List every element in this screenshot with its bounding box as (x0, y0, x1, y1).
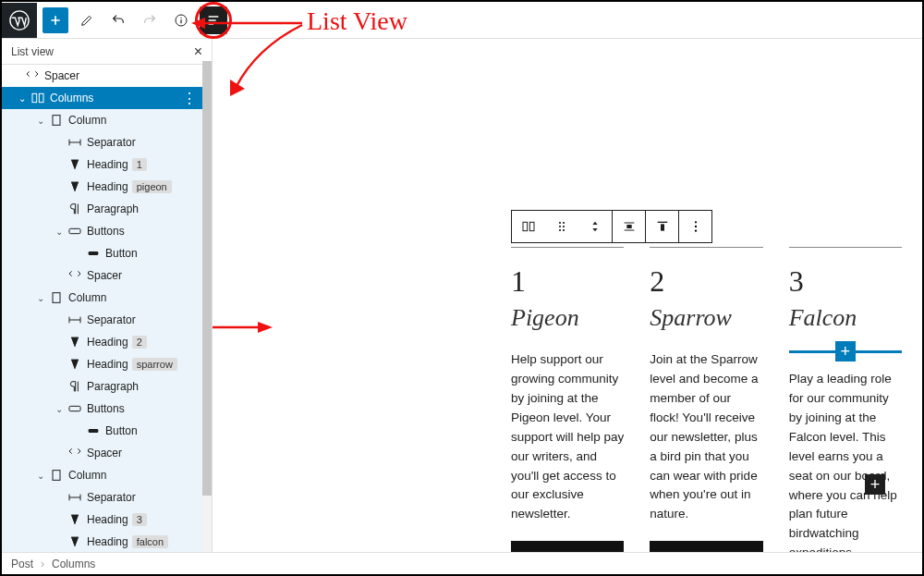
svg-point-29 (694, 230, 696, 232)
columns-icon (30, 91, 46, 105)
column-icon (48, 290, 65, 305)
spacer-icon (67, 446, 83, 460)
column-icon (48, 468, 65, 483)
tree-node-columns[interactable]: ⌄Columns⋮ (2, 87, 202, 109)
editor-canvas[interactable]: 1 Pigeon Help support our growing commun… (213, 39, 922, 552)
close-icon[interactable]: × (194, 43, 202, 60)
heading-name[interactable]: Falcon (789, 304, 902, 332)
tree-label: Buttons (83, 402, 197, 415)
svg-point-2 (180, 17, 181, 18)
column-2[interactable]: 2 Sparrow Join at the Sparrow level and … (650, 247, 762, 552)
tree-node-column[interactable]: ⌄Column (2, 464, 202, 486)
tree-node-separator[interactable]: Separator (2, 309, 202, 331)
paragraph[interactable]: Play a leading role for our community by… (789, 370, 902, 552)
tree-node-heading[interactable]: Heading2 (2, 331, 202, 353)
tree-node-column[interactable]: ⌄Column (2, 109, 202, 131)
add-block-button[interactable] (43, 7, 68, 33)
tree-tag: 2 (132, 336, 147, 349)
svg-point-20 (563, 222, 565, 224)
valign-icon[interactable] (645, 211, 678, 242)
list-view-toggle[interactable] (200, 6, 227, 34)
heading-icon (67, 357, 83, 372)
info-icon[interactable] (168, 7, 194, 33)
paragraph[interactable]: Join at the Sparrow level and become a m… (650, 350, 762, 524)
insert-block-icon[interactable]: + (835, 341, 856, 362)
tree-node-heading[interactable]: Heading3 (2, 509, 202, 531)
tree-node-button[interactable]: Button (2, 420, 202, 442)
svg-point-19 (559, 222, 561, 224)
heading-name[interactable]: Pigeon (511, 304, 624, 332)
disclosure-icon[interactable]: ⌄ (52, 227, 67, 237)
tree-label: Buttons (83, 225, 197, 238)
svg-point-27 (694, 221, 696, 223)
tree-node-heading[interactable]: Headingfalcon (2, 531, 202, 552)
tree-node-spacer[interactable]: Spacer (2, 65, 202, 87)
heading-name[interactable]: Sparrow (650, 304, 762, 332)
block-type-icon[interactable] (512, 211, 545, 242)
tree-tag: falcon (132, 535, 168, 548)
insertion-indicator[interactable]: + (789, 350, 902, 353)
disclosure-icon[interactable]: ⌄ (33, 293, 48, 303)
wordpress-logo-icon[interactable] (2, 3, 37, 38)
column-3[interactable]: 3 Falcon + Play a leading role for our c… (789, 247, 902, 552)
tree-node-paragraph[interactable]: Paragraph (2, 375, 202, 398)
tree-node-paragraph[interactable]: Paragraph (2, 198, 202, 220)
tree-node-spacer[interactable]: Spacer (2, 442, 202, 464)
svg-point-28 (694, 226, 696, 227)
tree-node-heading[interactable]: Headingpigeon (2, 176, 202, 198)
svg-rect-16 (53, 471, 60, 481)
undo-icon[interactable] (105, 7, 131, 33)
buttons-block[interactable]: $25 (511, 541, 624, 552)
heading-number[interactable]: 1 (511, 264, 624, 299)
align-icon[interactable] (612, 211, 645, 242)
block-toolbar (511, 210, 712, 243)
move-icon[interactable] (578, 211, 612, 242)
more-icon[interactable] (678, 211, 711, 242)
buttons-block[interactable]: $75 (650, 541, 762, 552)
kebab-icon[interactable]: ⋮ (182, 90, 197, 107)
tree-node-buttons[interactable]: ⌄Buttons (2, 398, 202, 420)
price-button[interactable]: $75 (650, 541, 762, 552)
button-icon (85, 423, 102, 438)
paragraph-icon (67, 379, 83, 394)
add-block-floating-button[interactable]: + (865, 474, 885, 495)
svg-rect-17 (523, 222, 528, 230)
tree-node-spacer[interactable]: Spacer (2, 264, 202, 287)
tree-tag: 3 (132, 513, 147, 526)
tree-node-buttons[interactable]: ⌄Buttons (2, 220, 202, 242)
breadcrumb-current[interactable]: Columns (52, 558, 95, 570)
drag-handle-icon[interactable] (545, 211, 578, 242)
tree-label: Separator (83, 136, 197, 149)
heading-number[interactable]: 3 (789, 264, 902, 299)
column-1[interactable]: 1 Pigeon Help support our growing commun… (511, 247, 624, 552)
sidebar-scrollbar[interactable] (202, 61, 212, 552)
disclosure-icon[interactable]: ⌄ (33, 471, 48, 481)
tree-node-separator[interactable]: Separator (2, 486, 202, 509)
columns-block[interactable]: 1 Pigeon Help support our growing commun… (511, 247, 902, 552)
tree-node-separator[interactable]: Separator (2, 131, 202, 153)
redo-icon[interactable] (137, 7, 163, 33)
tree-node-column[interactable]: ⌄Column (2, 287, 202, 309)
tree-node-heading[interactable]: Headingsparrow (2, 353, 202, 375)
breadcrumb-root[interactable]: Post (11, 558, 33, 570)
tree-label: Spacer (83, 269, 197, 282)
tree-tag: pigeon (132, 180, 172, 193)
tree-label: Heading3 (83, 513, 197, 526)
paragraph[interactable]: Help support our growing community by jo… (511, 350, 624, 524)
disclosure-icon[interactable]: ⌄ (52, 404, 67, 414)
panel-title: List view (11, 45, 54, 58)
tree-node-heading[interactable]: Heading1 (2, 153, 202, 176)
tree-node-button[interactable]: Button (2, 242, 202, 264)
edit-tool-icon[interactable] (74, 7, 100, 33)
disclosure-icon[interactable]: ⌄ (15, 93, 30, 104)
svg-point-23 (559, 229, 561, 231)
disclosure-icon[interactable]: ⌄ (33, 116, 48, 126)
breadcrumb: Post › Columns (2, 552, 922, 574)
scrollbar-thumb[interactable] (202, 61, 212, 496)
tree-label: Headingsparrow (83, 358, 197, 371)
block-tree[interactable]: Spacer⌄Columns⋮⌄ColumnSeparatorHeading1H… (2, 65, 212, 552)
heading-number[interactable]: 2 (650, 264, 762, 299)
price-button[interactable]: $25 (511, 541, 624, 552)
svg-rect-8 (32, 93, 37, 102)
tree-tag: sparrow (132, 358, 177, 371)
